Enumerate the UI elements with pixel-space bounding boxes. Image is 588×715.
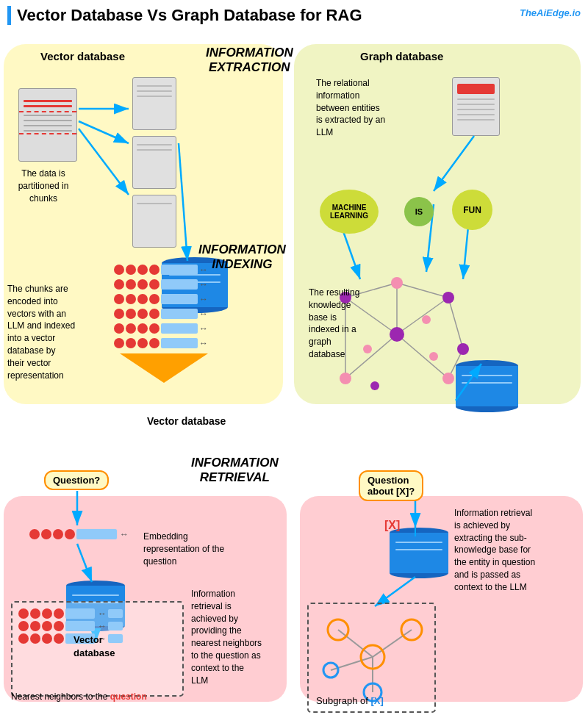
svg-line-21: [338, 630, 373, 657]
is-node: IS: [404, 197, 434, 226]
nn-question-red: question: [110, 691, 147, 702]
svg-point-12: [442, 292, 454, 303]
question-bubble-vector: Question?: [44, 470, 109, 490]
svg-line-3: [397, 334, 448, 378]
main-title: Vector Database Vs Graph Database for RA…: [7, 6, 362, 25]
svg-line-22: [373, 630, 412, 657]
matrix-visualization: ↔ ↔ ↔ ↔ ↔ ↔: [114, 265, 211, 383]
nn-label: Nearest neighbors to the question: [11, 691, 147, 703]
svg-point-14: [442, 373, 454, 384]
vector-db-bottom-label: Vector database: [147, 415, 226, 427]
svg-point-16: [457, 343, 469, 355]
fun-node: FUN: [452, 190, 492, 230]
subgraph-x: [X]: [370, 695, 383, 706]
nn-description: Informationretrieval isachieved byprovid…: [191, 588, 290, 686]
graph-db-cylinder-bottom: [390, 528, 448, 578]
info-indexing-label: INFORMATIONINDEXING: [198, 242, 286, 272]
graph-db-label: Graph database: [360, 50, 443, 62]
x-label: [X]: [384, 519, 400, 532]
info-extraction-label: INFORMATIONEXTRACTION: [206, 46, 293, 75]
chunk-caption: The data is partitioned in chunks: [10, 168, 76, 204]
relational-caption: The relationalinformationbetween entitie…: [316, 77, 434, 139]
svg-point-13: [340, 373, 351, 384]
graph-retrieval-caption: Information retrievalis achieved byextra…: [454, 507, 583, 594]
ml-node: MACHINELEARNING: [320, 190, 379, 234]
svg-point-18: [422, 315, 431, 324]
question-bubble-graph: Questionabout [X]?: [359, 470, 423, 501]
embedding-caption: Embedding representation of the question: [143, 531, 239, 567]
embedding-rows: ↔: [29, 529, 129, 542]
svg-point-19: [370, 381, 379, 390]
info-retrieval-label: INFORMATIONRETRIEVAL: [191, 456, 279, 485]
svg-line-8: [448, 298, 463, 349]
chunk-document-icon: [18, 88, 77, 162]
svg-point-20: [429, 352, 438, 361]
knowledge-base-caption: The resultingknowledgebase isindexed in …: [309, 287, 404, 361]
small-docs-icon: [132, 77, 176, 248]
svg-line-1: [397, 298, 448, 334]
vector-db-label-bottom: Vectordatabase: [74, 633, 115, 660]
vector-db-label: Vector database: [40, 50, 125, 62]
svg-line-7: [397, 283, 448, 298]
encoding-caption: The chunks areencoded intovectors with a…: [7, 283, 114, 381]
graph-document-icon: [452, 77, 500, 136]
brand-label: TheAiEdge.io: [520, 7, 581, 18]
subgraph-label: Subgraph of [X]: [316, 694, 384, 708]
